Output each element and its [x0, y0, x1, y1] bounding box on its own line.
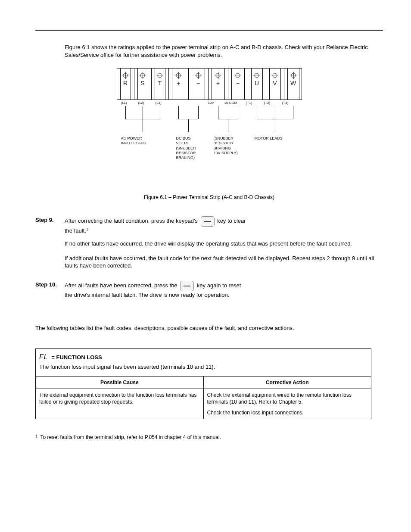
- section-intro: The following tables list the fault code…: [35, 324, 383, 332]
- action1: Check the external equipment wired to th…: [207, 392, 368, 405]
- sublabel-T3: (T3): [282, 101, 289, 106]
- sublabel-T1: (T1): [246, 101, 252, 106]
- terminal-diagram: R S T + − + − U V W (L1) (L2) (L3) 10V 1…: [35, 68, 383, 189]
- sublabel-L1: (L1): [121, 101, 127, 106]
- sublabel-10COM: 10 COM: [224, 101, 237, 106]
- term-plus1: +: [169, 79, 188, 87]
- term-R: R: [117, 79, 134, 87]
- footnote-ref: 1: [86, 227, 88, 231]
- step9-a: After correcting the fault condition, pr…: [65, 218, 198, 224]
- step9-sub1: If no other faults have occurred, the dr…: [35, 240, 383, 248]
- footnote-text: To reset faults from the terminal strip,…: [40, 434, 221, 441]
- intro-para: Figure 6.1 shows the ratings applied to …: [35, 44, 383, 59]
- page-rule: [35, 30, 383, 31]
- sublabel-L2: (L2): [138, 101, 144, 106]
- th-action: Corrective Action: [203, 376, 371, 389]
- term-minus1: −: [189, 79, 208, 87]
- action2: Check the function loss input connection…: [207, 409, 368, 416]
- sublabel-L3: (L3): [156, 101, 162, 106]
- th-cause: Possible Cause: [36, 376, 204, 389]
- step10-a: After all faults have been corrected, pr…: [65, 282, 177, 289]
- fault-desc: The function loss input signal has been …: [36, 362, 371, 376]
- step10-label: Step 10.: [35, 281, 65, 289]
- footnote-mark: 1: [35, 434, 38, 441]
- step9-sub2: If additional faults have occurred, the …: [35, 255, 383, 270]
- fault-table: FL = FUNCTION LOSS The function loss inp…: [35, 348, 371, 419]
- term-plus2: +: [209, 79, 228, 87]
- action-cell: Check the external equipment wired to th…: [203, 389, 371, 419]
- term-U: U: [248, 79, 266, 87]
- step9-label: Step 9.: [35, 216, 65, 224]
- step10-c: the drive's internal fault latch. The dr…: [65, 292, 229, 298]
- grp-ac-power: AC POWER INPUT LEADS: [121, 136, 160, 146]
- step9-text: After correcting the fault condition, pr…: [65, 216, 383, 235]
- sublabel-T2: (T2): [264, 101, 271, 106]
- fault-name: = FUNCTION LOSS: [51, 354, 102, 361]
- step10-b: key again to reset: [197, 282, 241, 289]
- grp-motor: MOTOR LEADS: [255, 136, 298, 141]
- fault-code: FL: [39, 353, 48, 361]
- term-T: T: [152, 79, 168, 87]
- grp-snubber: (SNUBBER RESISTOR BRAKING 10V SUPPLY): [214, 136, 244, 156]
- cause-cell: The external equipment connection to the…: [36, 389, 204, 419]
- grp-dc-bus: DC BUS VOLTS (SNUBBER RESISTOR BRAKING): [176, 136, 206, 160]
- term-V: V: [266, 79, 284, 87]
- step9-b: key to clear: [217, 218, 246, 224]
- figure-caption: Figure 6.1 – Power Terminal Strip (A-C a…: [35, 194, 383, 201]
- stop-reset-key-icon-2: [180, 281, 194, 291]
- step10-text: After all faults have been corrected, pr…: [65, 281, 383, 299]
- step9-c: the fault.: [65, 228, 86, 234]
- term-S: S: [134, 79, 151, 87]
- term-W: W: [284, 79, 302, 87]
- term-minus2: −: [228, 79, 248, 87]
- sublabel-10V: 10V: [208, 101, 214, 106]
- terminal-strip: R S T + − + − U V W: [117, 68, 302, 100]
- stop-reset-key-icon: [201, 216, 215, 227]
